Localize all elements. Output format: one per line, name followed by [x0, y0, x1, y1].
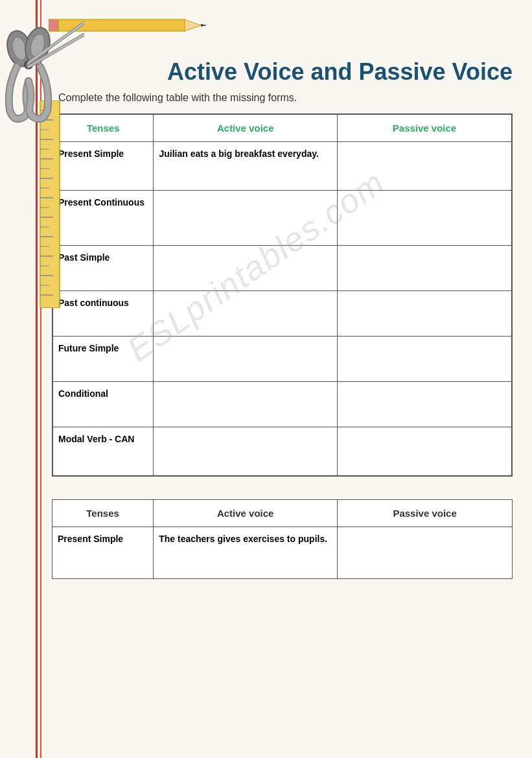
- passive-modal: [338, 427, 512, 476]
- svg-marker-12: [201, 24, 207, 27]
- table-row: Modal Verb - CAN: [52, 427, 512, 476]
- page-subtitle: Complete the following table with the mi…: [58, 92, 513, 104]
- table-header-row: Tenses Active voice Passive voice: [52, 114, 512, 142]
- passive-future-simple: [338, 337, 512, 382]
- passive-present-continuous: [338, 191, 512, 246]
- main-table-container: Tenses Active voice Passive voice Presen…: [52, 113, 513, 477]
- tense-past-continuous: Past continuous: [52, 291, 154, 337]
- second-header-active: Active voice: [154, 499, 338, 527]
- second-table-container: Tenses Active voice Passive voice Presen…: [52, 499, 513, 579]
- table-row: Conditional: [52, 382, 512, 427]
- header-active: Active voice: [154, 114, 338, 142]
- passive-conditional: [338, 382, 512, 427]
- passive-past-continuous: [338, 291, 512, 337]
- table-row: Present Simple The teachers gives exerci…: [52, 527, 513, 578]
- scissors-icon: [0, 10, 84, 126]
- active-present-simple: Juilian eats a big breakfast everyday.: [154, 142, 338, 191]
- table-row: Past Simple: [52, 246, 512, 291]
- table-row: Present Continuous: [52, 191, 512, 246]
- tense-present-continuous: Present Continuous: [52, 191, 154, 246]
- active-modal: [154, 427, 338, 476]
- second-passive-present-simple: [338, 527, 513, 578]
- second-active-present-simple: The teachers gives exercises to pupils.: [154, 527, 338, 578]
- active-present-continuous: [154, 191, 338, 246]
- main-table: Tenses Active voice Passive voice Presen…: [52, 113, 513, 477]
- table-row: Future Simple: [52, 337, 512, 382]
- second-table-header-row: Tenses Active voice Passive voice: [52, 499, 513, 527]
- tense-future-simple: Future Simple: [52, 337, 154, 382]
- active-future-simple: [154, 337, 338, 382]
- header-passive: Passive voice: [338, 114, 512, 142]
- tense-present-simple: Present Simple: [52, 142, 154, 191]
- second-header-passive: Passive voice: [338, 499, 513, 527]
- second-table: Tenses Active voice Passive voice Presen…: [52, 499, 513, 579]
- page: ESLprintables.com Active Voice and Passi…: [0, 0, 532, 758]
- table-row: Present Simple Juilian eats a big breakf…: [52, 142, 512, 191]
- tense-past-simple: Past Simple: [52, 246, 154, 291]
- tense-conditional: Conditional: [52, 382, 154, 427]
- passive-past-simple: [338, 246, 512, 291]
- ruler-icon: [39, 101, 62, 308]
- table-row: Past continuous: [52, 291, 512, 337]
- second-header-tenses: Tenses: [52, 499, 154, 527]
- svg-marker-11: [185, 19, 201, 31]
- tense-modal: Modal Verb - CAN: [52, 427, 154, 476]
- passive-present-simple: [338, 142, 512, 191]
- active-past-simple: [154, 246, 338, 291]
- active-conditional: [154, 382, 338, 427]
- active-past-continuous: [154, 291, 338, 337]
- second-tense-present-simple: Present Simple: [52, 527, 154, 578]
- svg-rect-17: [40, 101, 60, 308]
